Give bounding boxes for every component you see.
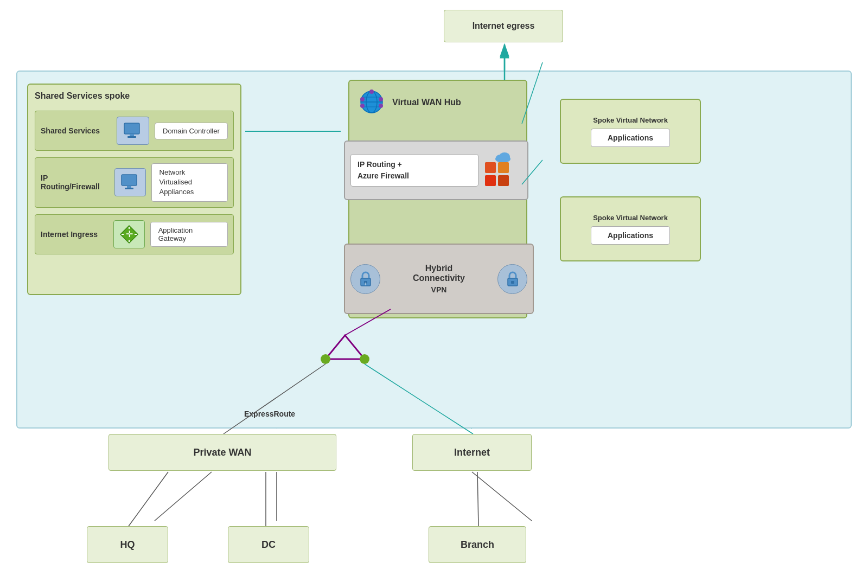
diamond-arrows-svg: ✛ [118, 223, 140, 245]
svg-rect-41 [498, 162, 509, 173]
private-wan-box: Private WAN [108, 434, 336, 471]
dc-label: DC [261, 539, 276, 551]
svg-point-39 [499, 152, 510, 161]
branch-label: Branch [461, 539, 494, 551]
svg-line-60 [129, 472, 168, 526]
lock-svg-right [503, 270, 522, 288]
branch-box: Branch [429, 526, 526, 563]
svg-rect-40 [485, 162, 496, 173]
svg-line-62 [477, 472, 478, 526]
ip-routing-white-box: IP Routing +Azure Firewall [350, 154, 478, 187]
internet-label: Internet [454, 447, 490, 458]
hybrid-text: HybridConnectivity VPN [384, 264, 494, 294]
ip-routing-firewall-row: IP Routing/Firewall Network VirtualisedA… [35, 157, 234, 208]
computer-svg-2 [120, 174, 140, 191]
svg-rect-16 [130, 134, 134, 136]
hybrid-connectivity-label: HybridConnectivity [384, 264, 494, 283]
spoke-vnet-1-title: Spoke Virtual Network [593, 116, 668, 124]
computer-icon-2 [114, 168, 146, 196]
spoke-vnet-1: Spoke Virtual Network Applications [560, 99, 701, 164]
svg-rect-17 [127, 136, 136, 138]
svg-rect-20 [125, 188, 133, 189]
shared-services-row: Shared Services Domain Controller [35, 111, 234, 151]
svg-point-36 [369, 90, 374, 94]
ip-routing-azure-text: IP Routing +Azure Firewall [350, 154, 478, 187]
svg-point-35 [379, 104, 383, 108]
hq-box: HQ [87, 526, 168, 563]
main-azure-container: Shared Services spoke Shared Services Do… [16, 71, 852, 429]
svg-text:✛: ✛ [125, 229, 132, 239]
network-appliances-box: Network VirtualisedAppliances [151, 163, 228, 202]
firewall-grid-icon [484, 161, 511, 188]
internet-box: Internet [412, 434, 532, 471]
spoke-vnet-2: Spoke Virtual Network Applications [560, 196, 701, 261]
hybrid-connectivity-box: ✛ HybridConnectivity VPN [344, 244, 534, 314]
shared-services-spoke-title: Shared Services spoke [35, 91, 234, 101]
internet-ingress-label: Internet Ingress [41, 230, 108, 239]
svg-rect-19 [127, 186, 131, 188]
private-wan-label: Private WAN [193, 447, 251, 458]
lock-icon-right [497, 264, 527, 294]
spoke-vnet-2-title: Spoke Virtual Network [593, 214, 668, 222]
svg-point-33 [379, 97, 383, 101]
ip-routing-firewall-label: IP Routing/Firewall [41, 174, 109, 191]
azure-firewall-icon [484, 151, 522, 189]
domain-controller-box: Domain Controller [155, 123, 228, 139]
diagram: Internet egress Shared Services spoke Sh… [0, 0, 868, 588]
hq-label: HQ [120, 539, 135, 551]
svg-rect-18 [122, 175, 137, 186]
spoke-vnet-1-apps: Applications [591, 129, 670, 147]
vwan-hub-container: Virtual WAN Hub IP Routing +Azure Firewa… [348, 80, 527, 318]
ip-routing-azure-box: IP Routing +Azure Firewall [344, 140, 528, 200]
svg-rect-15 [124, 123, 139, 134]
vwan-hub-header: Virtual WAN Hub [349, 81, 526, 124]
svg-rect-42 [485, 175, 496, 186]
shared-services-spoke-box: Shared Services spoke Shared Services Do… [27, 84, 241, 295]
globe-icon [357, 87, 387, 117]
svg-rect-43 [498, 175, 509, 186]
spoke-vnet-2-apps: Applications [591, 226, 670, 245]
vwan-hub-label: Virtual WAN Hub [392, 98, 461, 107]
internet-ingress-row: Internet Ingress ✛ Application Gateway [35, 214, 234, 254]
lock-icon-left: ✛ [350, 264, 380, 294]
internet-egress-box: Internet egress [444, 10, 563, 42]
expressroute-label: ExpressRoute [244, 410, 295, 418]
svg-point-34 [360, 104, 365, 108]
svg-text:✛: ✛ [364, 282, 367, 286]
dc-box: DC [228, 526, 309, 563]
computer-svg-1 [123, 122, 143, 139]
diamond-icon: ✛ [113, 220, 144, 248]
svg-line-12 [155, 472, 212, 521]
computer-icon-1 [117, 117, 149, 145]
application-gateway-box: Application Gateway [150, 222, 228, 247]
lock-svg-left: ✛ [356, 270, 375, 288]
shared-services-label: Shared Services [41, 126, 111, 135]
vpn-label: VPN [384, 285, 494, 294]
svg-rect-48 [511, 281, 514, 284]
internet-egress-label: Internet egress [473, 21, 535, 31]
svg-line-14 [472, 472, 532, 521]
svg-point-32 [360, 97, 365, 101]
